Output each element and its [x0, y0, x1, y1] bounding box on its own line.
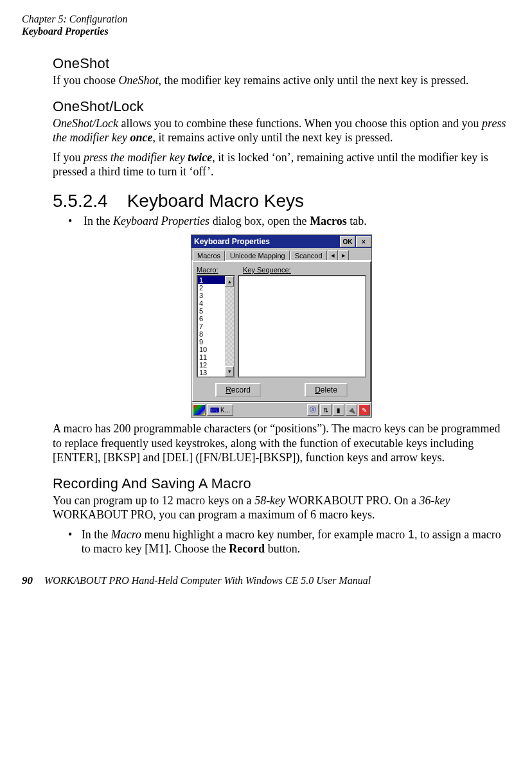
tray-plug-icon[interactable]: 🔌 [346, 404, 357, 416]
tray-pen-icon[interactable]: ✎ [359, 404, 370, 416]
section-label: Keyboard Properties [22, 25, 510, 37]
chapter-label: Chapter 5: Configuration [22, 13, 510, 25]
heading-number: 5.5.2.4 [53, 191, 108, 211]
ok-button[interactable]: OK [340, 236, 355, 247]
scroll-down-icon[interactable]: ▾ [225, 366, 234, 376]
tab-scroll-right[interactable]: ▸ [339, 250, 349, 260]
tab-unicode[interactable]: Unicode Mapping [226, 251, 290, 260]
dialog-panel: Macro: Key Sequence: 1 2 3 4 5 6 7 8 [191, 261, 371, 402]
bullet-dot: • [68, 214, 75, 229]
delete-button[interactable]: Delete [305, 383, 348, 397]
bullet-dot: • [68, 527, 73, 556]
dialog-title: Keyboard Properties [194, 237, 270, 246]
keyboard-properties-dialog: Keyboard Properties OK × Macros Unicode … [191, 234, 372, 418]
scroll-up-icon[interactable]: ▴ [225, 276, 234, 287]
page-footer: 90 WORKABOUT PRO Hand-Held Computer With… [22, 574, 510, 587]
label-key-sequence: Key Sequence: [243, 266, 291, 274]
key-sequence-textarea[interactable] [238, 275, 366, 378]
tab-macros[interactable]: Macros [193, 251, 225, 261]
tab-scancode[interactable]: Scancod [290, 251, 327, 260]
tray-keyboard-icon[interactable]: Ⓐ [307, 404, 319, 416]
heading-recording: Recording And Saving A Macro [53, 475, 510, 492]
footer-title: WORKABOUT PRO Hand-Held Computer With Wi… [44, 575, 371, 587]
tab-row: Macros Unicode Mapping Scancod ◂ ▸ [191, 248, 371, 261]
page-number: 90 [22, 574, 33, 587]
close-button[interactable]: × [356, 236, 371, 247]
tab-scroll-left[interactable]: ◂ [328, 250, 338, 260]
heading-5524: 5.5.2.4 Keyboard Macro Keys [53, 191, 510, 211]
heading-title: Keyboard Macro Keys [127, 191, 304, 211]
record-button[interactable]: Record [215, 383, 261, 397]
para-rec: You can program up to 12 macro keys on a… [53, 493, 510, 522]
para-macro-desc: A macro has 200 programmable characters … [53, 421, 510, 465]
bullet-record-macro: • In the Macro menu highlight a macro ke… [68, 527, 510, 556]
para-oslock-2: If you press the modifier key twice, it … [53, 150, 510, 179]
macro-listbox[interactable]: 1 2 3 4 5 6 7 8 9 10 11 12 13 [197, 275, 235, 378]
label-macro: Macro: [197, 266, 236, 274]
dialog-titlebar: Keyboard Properties OK × [191, 235, 371, 248]
tray-battery-icon[interactable]: ▮ [333, 404, 344, 416]
start-icon[interactable] [193, 404, 206, 416]
para-oslock-1: OneShot/Lock allows you to combine these… [53, 116, 510, 145]
tray-network-icon[interactable]: ⇅ [320, 404, 332, 416]
running-header: Chapter 5: Configuration Keyboard Proper… [22, 13, 510, 37]
para-oneshot: If you choose OneShot, the modifier key … [53, 73, 510, 88]
taskbar: ⌨K... Ⓐ ⇅ ▮ 🔌 ✎ [191, 402, 371, 417]
bullet-open-macros: • In the Keyboard Properties dialog box,… [68, 214, 510, 229]
heading-oneshot: OneShot [53, 55, 510, 72]
taskbar-app[interactable]: ⌨K... [207, 404, 233, 416]
listbox-scrollbar[interactable]: ▴ ▾ [225, 276, 234, 376]
heading-oneshot-lock: OneShot/Lock [53, 98, 510, 115]
